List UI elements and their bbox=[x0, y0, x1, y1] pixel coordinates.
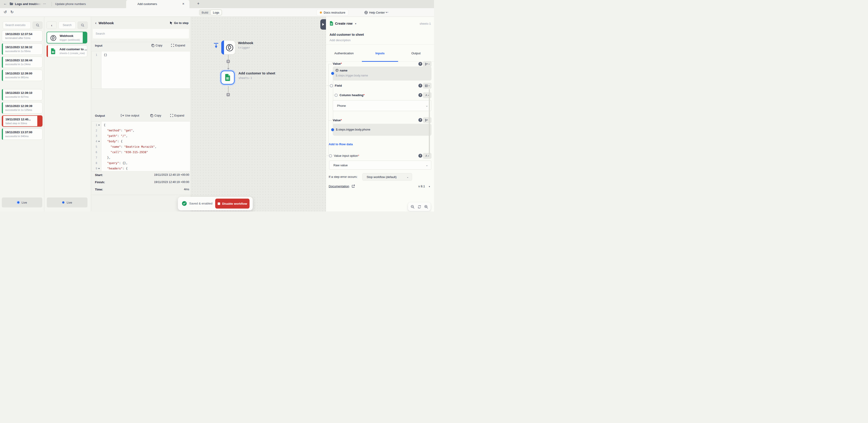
search-icon bbox=[81, 24, 84, 27]
value1-mapped-field[interactable]: name $.steps.trigger.body.name bbox=[333, 66, 432, 81]
error-behavior-select[interactable]: Stop workflow (default) ⌄ bbox=[362, 173, 412, 181]
documentation-link[interactable]: Documentation bbox=[329, 185, 349, 188]
column-heading-select[interactable]: Phone ⌄ bbox=[333, 100, 431, 111]
node-subtitle: trigger bbox=[238, 46, 253, 49]
reset-zoom-icon[interactable] bbox=[417, 205, 421, 209]
line-number: 4 bbox=[92, 139, 101, 144]
go-to-step-button[interactable]: Go to step bbox=[170, 21, 188, 25]
search-executions-input[interactable]: Search executio bbox=[3, 22, 31, 29]
column-heading-type-selector[interactable]: A ▾ bbox=[423, 92, 432, 98]
help-icon[interactable]: ? bbox=[418, 154, 422, 158]
fold-caret-icon[interactable] bbox=[98, 141, 100, 142]
execution-card[interactable]: 19/11/2023 12:38:32successful in 1s 55ms bbox=[2, 44, 42, 55]
value2-type-selector[interactable]: ▾ bbox=[423, 117, 432, 123]
toggle-logs[interactable]: Logs bbox=[211, 10, 222, 15]
value-input-option-type-selector[interactable]: A ▾ bbox=[423, 153, 432, 159]
collapse-steps-button[interactable]: ‹ bbox=[46, 22, 57, 29]
execution-card[interactable]: 19/11/2023 12:39:00successful in 981ms bbox=[2, 70, 42, 81]
step-name[interactable]: Add customer to sheet bbox=[330, 33, 364, 36]
tab-title-fade bbox=[34, 0, 42, 8]
input-code-editor[interactable]: 1 {} bbox=[91, 51, 190, 89]
help-center-button[interactable]: Help Center ▾ bbox=[364, 9, 387, 16]
toggle-build[interactable]: Build bbox=[199, 10, 211, 15]
node-webhook[interactable] bbox=[221, 40, 235, 55]
input-section-header: Input Copy Expand bbox=[91, 44, 191, 49]
execution-status-bar bbox=[2, 102, 3, 114]
more-options-icon[interactable]: ⋯ bbox=[385, 10, 389, 14]
tab-output[interactable]: Output bbox=[398, 45, 434, 61]
search-steps-input[interactable]: Search bbox=[59, 22, 76, 29]
step-card-add-customer[interactable]: Add customer to ... sheets-1 (create_row… bbox=[46, 45, 87, 57]
help-icon[interactable]: ? bbox=[418, 118, 422, 122]
tab-inputs[interactable]: Inputs bbox=[362, 45, 398, 61]
operation-selector[interactable]: Create row bbox=[335, 22, 352, 25]
fold-caret-icon[interactable] bbox=[98, 124, 100, 126]
search-executions-button[interactable] bbox=[33, 22, 42, 29]
step-description-placeholder[interactable]: Add description bbox=[330, 38, 350, 42]
execution-card[interactable]: 19/11/2023 12:39:10successful in 927ms bbox=[2, 89, 42, 101]
value2-mapped-field[interactable]: $.steps.trigger.body.phone bbox=[333, 124, 432, 136]
detail-search-input[interactable]: Search bbox=[93, 29, 189, 38]
radio-circle-icon[interactable] bbox=[329, 154, 332, 158]
help-icon[interactable]: ? bbox=[418, 93, 422, 97]
scrollbar[interactable] bbox=[429, 89, 430, 155]
tab-add-customers[interactable]: Add customers ✕ bbox=[126, 0, 189, 8]
execution-card[interactable]: 19/11/2023 12:38:44successful in 1s 24ms bbox=[2, 57, 42, 68]
expand-output-button[interactable]: Expand bbox=[170, 114, 184, 117]
required-marker: * bbox=[341, 62, 342, 65]
expand-icon bbox=[171, 44, 174, 47]
add-step-button[interactable]: + bbox=[226, 60, 230, 63]
executions-live-toggle[interactable]: Live bbox=[2, 197, 42, 207]
node-add-customer-selected[interactable] bbox=[221, 70, 235, 85]
use-output-button[interactable]: Use output bbox=[121, 114, 139, 117]
field-type-selector[interactable]: ▾ bbox=[423, 83, 432, 89]
code-line: { bbox=[104, 122, 190, 128]
expand-icon bbox=[170, 114, 173, 117]
undo-icon[interactable]: ↺ bbox=[4, 10, 7, 15]
help-icon[interactable]: ? bbox=[418, 84, 422, 88]
execution-status-text: successful in 940ms bbox=[5, 135, 42, 138]
globe-icon bbox=[50, 35, 57, 41]
close-tab-icon[interactable]: ✕ bbox=[182, 2, 184, 5]
copy-output-button[interactable]: Copy bbox=[150, 114, 161, 117]
execution-timestamp: 19/11/2023 12:39:00 bbox=[5, 72, 42, 75]
tab-authentication[interactable]: Authentication bbox=[326, 45, 362, 61]
copy-input-button[interactable]: Copy bbox=[151, 44, 162, 47]
collapse-panel-handle[interactable] bbox=[320, 19, 326, 30]
help-icon[interactable]: ? bbox=[418, 62, 422, 66]
value-input-option-select[interactable]: Raw value ⌄ bbox=[329, 161, 431, 170]
execution-card[interactable]: 19/11/2023 12:39:39successful in 1s 125m… bbox=[2, 102, 42, 114]
new-tab-button[interactable]: + bbox=[197, 1, 199, 6]
tab-update-phone-numbers[interactable]: Update phone numbers bbox=[55, 2, 86, 6]
execution-card[interactable]: 19/11/2023 12:40...failed step in 50ms bbox=[2, 115, 42, 127]
workflow-canvas[interactable]: Webhook trigger + Add customer to sheet … bbox=[191, 17, 326, 212]
add-to-row-data-link[interactable]: Add to Row data bbox=[329, 142, 353, 146]
redo-icon[interactable]: ↻ bbox=[10, 10, 13, 15]
zoom-out-icon[interactable] bbox=[411, 205, 414, 209]
execution-card[interactable]: 19/11/2023 13:37:00successful in 940ms bbox=[2, 129, 42, 140]
fold-caret-icon[interactable] bbox=[98, 168, 100, 169]
back-arrow-icon[interactable]: ← bbox=[3, 2, 8, 6]
mapped-jsonpath: $.steps.trigger.body.phone bbox=[336, 128, 370, 131]
connector-id: sheets-1 bbox=[420, 22, 431, 25]
execution-selected-block bbox=[37, 115, 42, 127]
execution-card[interactable]: 19/11/2023 12:37:54terminated after 51ms bbox=[2, 30, 42, 41]
output-code-editor[interactable]: 123456789 { "method": "get", "path": "/"… bbox=[91, 121, 190, 171]
add-step-button[interactable]: + bbox=[226, 93, 230, 96]
docs-restructure-pill[interactable]: Docs restructure bbox=[316, 9, 348, 16]
connector-version[interactable]: v 8.1 bbox=[418, 185, 425, 188]
radio-circle-icon[interactable] bbox=[335, 94, 338, 97]
expand-input-button[interactable]: Expand bbox=[171, 44, 185, 47]
mapping-dot-icon bbox=[331, 72, 334, 75]
radio-circle-icon[interactable] bbox=[330, 84, 333, 87]
value1-type-selector[interactable]: ▾ bbox=[423, 61, 432, 67]
disable-workflow-button[interactable]: Disable workflow bbox=[215, 199, 250, 208]
step-card-webhook[interactable]: Webhook trigger (webhook) bbox=[46, 32, 87, 44]
zoom-in-icon[interactable] bbox=[424, 205, 428, 209]
search-steps-button[interactable] bbox=[78, 22, 88, 29]
connector-arrow bbox=[227, 68, 229, 70]
tab-overflow-menu-icon[interactable]: ⋯ bbox=[43, 2, 46, 5]
copy-icon bbox=[150, 114, 153, 117]
steps-live-toggle[interactable]: Live bbox=[47, 197, 88, 207]
back-chevron-icon[interactable]: ‹ bbox=[93, 21, 98, 25]
